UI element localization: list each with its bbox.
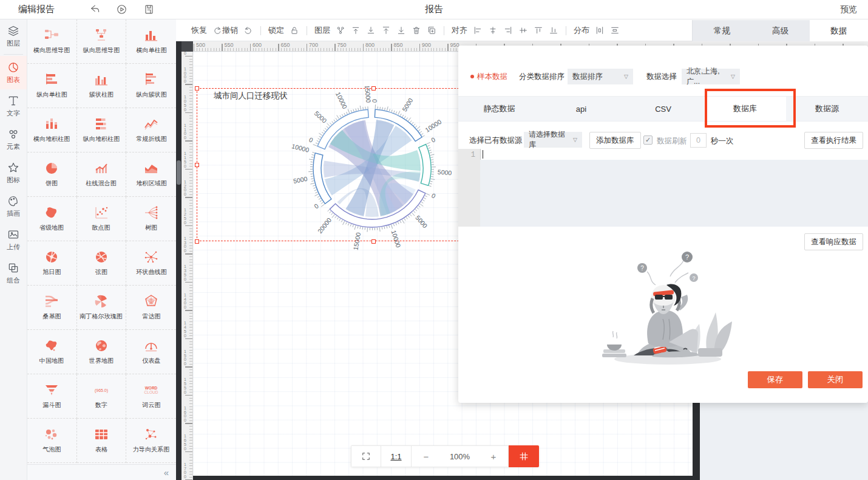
to-top-icon[interactable] — [381, 26, 391, 35]
palette-item-纵向思维导图[interactable]: 纵向思维导图 — [77, 19, 127, 64]
svg-text:10000: 10000 — [390, 229, 402, 249]
source-tab-数据库[interactable]: 数据库 — [704, 97, 786, 121]
sidebar-item-上传[interactable]: 上传 — [0, 223, 27, 256]
delete-icon[interactable] — [412, 26, 421, 35]
save-icon[interactable] — [143, 4, 155, 15]
sidebar-item-元素[interactable]: 元素 — [0, 123, 27, 156]
source-tab-数据源[interactable]: 数据源 — [786, 97, 868, 121]
redo-icon[interactable] — [212, 26, 222, 35]
source-tab-静态数据[interactable]: 静态数据 — [458, 97, 540, 121]
v-ruler-label: 1 1 5 0 — [183, 152, 188, 168]
palette-item-常规折线图[interactable]: 常规折线图 — [126, 108, 176, 153]
palette-item-气泡图[interactable]: 气泡图 — [27, 419, 77, 463]
palette-item-纵向簇状图[interactable]: 纵向簇状图 — [126, 64, 176, 108]
selection-handle[interactable] — [195, 239, 199, 244]
zoom-in-button[interactable]: + — [487, 451, 500, 462]
data-select-dropdown[interactable]: 北京,上海,广...▽ — [682, 69, 740, 84]
selection-handle[interactable] — [195, 86, 199, 91]
move-up-icon — [351, 26, 361, 35]
selection-handle[interactable] — [371, 239, 376, 244]
database-dropdown[interactable]: 请选择数据库▽ — [524, 132, 582, 148]
palette-item-表格[interactable]: 表格 — [77, 419, 127, 463]
palette-item-环状曲线图[interactable]: 环状曲线图 — [126, 241, 176, 286]
lock-icon[interactable] — [290, 26, 299, 35]
sidebar-item-图标[interactable]: 图标 — [0, 156, 27, 190]
palette-item-雷达图[interactable]: 雷达图 — [126, 286, 176, 330]
view-execution-result-button[interactable]: 查看执行结果 — [804, 132, 863, 149]
align-middle-h-icon[interactable] — [518, 26, 528, 35]
palette-item-省级地图[interactable]: 省级地图 — [27, 197, 77, 241]
actual-size-button[interactable]: 1:1 — [381, 445, 412, 467]
close-button[interactable]: 关闭 — [808, 371, 863, 388]
move-up-icon[interactable] — [351, 26, 361, 35]
palette-item-仪表盘[interactable]: 仪表盘 — [126, 330, 176, 374]
palette-item-散点图[interactable]: 散点图 — [77, 197, 127, 241]
zoom-out-button[interactable]: − — [420, 451, 432, 462]
toggle-grid-button[interactable] — [509, 445, 539, 467]
fit-to-screen-button[interactable] — [351, 445, 381, 467]
lock-icon — [290, 26, 299, 35]
add-database-button[interactable]: 添加数据库 — [589, 132, 641, 149]
sort-dropdown[interactable]: 数据排序▽ — [568, 69, 633, 84]
data-source-tabs: 静态数据apiCSV数据库数据源 — [458, 96, 868, 122]
palette-item-词云图[interactable]: WORDCLOUD词云图 — [126, 374, 176, 419]
source-tab-CSV[interactable]: CSV — [622, 97, 704, 121]
align-bottom-icon[interactable] — [549, 26, 558, 35]
copy-icon[interactable] — [427, 26, 436, 35]
palette-item-饼图[interactable]: 饼图 — [27, 153, 77, 197]
palette-item-纵向堆积柱图[interactable]: 纵向堆积柱图 — [77, 108, 127, 153]
align-left-icon[interactable] — [473, 26, 483, 35]
palette-item-树图[interactable]: 树图 — [126, 197, 176, 241]
palette-item-数字[interactable]: (965.0)数字 — [77, 374, 127, 419]
sidebar-item-组合[interactable]: 组合 — [0, 256, 27, 290]
palette-item-南丁格尔玫瑰图[interactable]: 南丁格尔玫瑰图 — [77, 286, 127, 330]
chord-chart[interactable]: 0500010000050000500010000150002000005000… — [272, 86, 472, 250]
palette-item-旭日图[interactable]: 旭日图 — [27, 241, 77, 286]
group-icon[interactable] — [336, 26, 345, 35]
palette-item-纵向单柱图[interactable]: 纵向单柱图 — [27, 64, 77, 108]
canvas-vertical-scrollbar[interactable] — [176, 41, 181, 480]
tab-常规[interactable]: 常规 — [693, 20, 751, 41]
palette-item-横向思维导图[interactable]: 横向思维导图 — [27, 19, 77, 64]
scrollbar-thumb[interactable] — [177, 160, 181, 185]
palette-item-堆积区域图[interactable]: 堆积区域图 — [126, 153, 176, 197]
palette-item-世界地图[interactable]: 世界地图 — [77, 330, 127, 374]
palette-item-横向堆积柱图[interactable]: 横向堆积柱图 — [27, 108, 77, 153]
palette-item-桑基图[interactable]: 桑基图 — [27, 286, 77, 330]
dist-h-icon[interactable] — [595, 26, 605, 35]
zoom-toolbar: 1:1 − 100% + — [351, 445, 539, 467]
sidebar-item-插画[interactable]: 插画 — [0, 190, 27, 223]
tab-高级[interactable]: 高级 — [751, 20, 809, 41]
refresh-interval-input[interactable]: 0 — [690, 133, 707, 148]
selection-handle[interactable] — [195, 163, 199, 167]
to-bottom-icon[interactable] — [396, 26, 406, 35]
refresh-checkbox[interactable]: ✓ — [643, 135, 653, 145]
palette-item-力导向关系图[interactable]: 力导向关系图 — [126, 419, 176, 463]
play-icon[interactable] — [116, 4, 127, 15]
palette-item-弦图[interactable]: 弦图 — [77, 241, 127, 286]
editor-input[interactable] — [480, 149, 868, 227]
palette-item-漏斗图[interactable]: 漏斗图 — [27, 374, 77, 419]
palette-item-簇状柱图[interactable]: 簇状柱图 — [77, 64, 127, 108]
align-top-icon[interactable] — [534, 26, 543, 35]
move-down-icon[interactable] — [366, 26, 376, 35]
align-center-v-icon[interactable] — [488, 26, 498, 35]
undo-icon[interactable] — [243, 26, 253, 35]
align-right-icon[interactable] — [503, 26, 513, 35]
dist-v-icon[interactable] — [610, 26, 620, 35]
selection-handle[interactable] — [371, 86, 376, 91]
source-tab-api[interactable]: api — [540, 97, 622, 121]
palette-item-横向单柱图[interactable]: 横向单柱图 — [126, 19, 176, 64]
palette-item-柱线混合图[interactable]: 柱线混合图 — [77, 153, 127, 197]
save-button[interactable]: 保存 — [748, 371, 802, 388]
collapse-panel-icon[interactable]: « — [164, 467, 169, 478]
ruler-corner — [181, 41, 193, 52]
back-icon[interactable] — [89, 4, 100, 15]
sidebar-item-图表[interactable]: 图表 — [0, 56, 27, 89]
preview-button[interactable]: 预览 — [840, 4, 857, 15]
palette-item-中国地图[interactable]: 中国地图 — [27, 330, 77, 374]
tab-数据[interactable]: 数据 — [810, 20, 868, 41]
sidebar-item-图层[interactable]: 图层 — [0, 19, 27, 53]
view-response-data-button[interactable]: 查看响应数据 — [804, 233, 863, 250]
sidebar-item-文字[interactable]: 文字 — [0, 89, 27, 123]
